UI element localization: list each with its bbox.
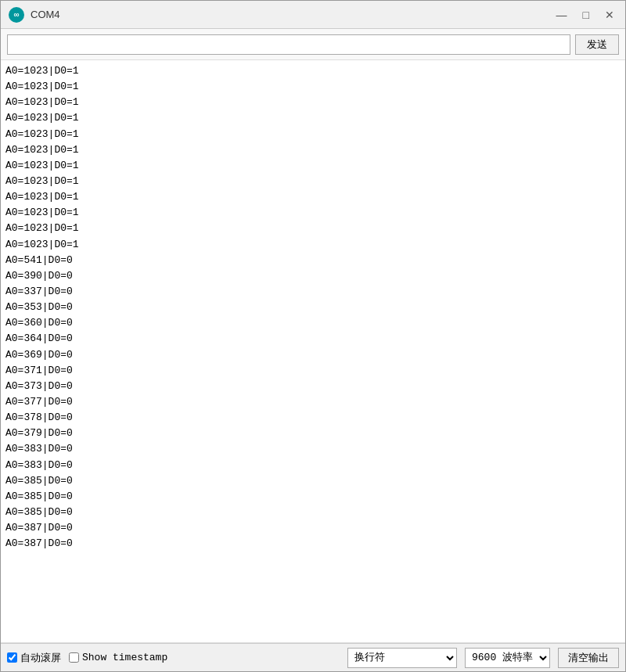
serial-line: A0=385|D0=0: [5, 489, 621, 505]
serial-line: A0=378|D0=0: [5, 410, 621, 426]
arduino-icon: ∞: [9, 7, 24, 23]
serial-line: A0=385|D0=0: [5, 505, 621, 520]
serial-line: A0=1023|D0=1: [5, 110, 621, 126]
serial-line: A0=1023|D0=1: [5, 174, 621, 189]
main-window: ∞ COM4 — □ ✕ 发送 A0=1023|D0=1A0=1023|D0=1…: [0, 0, 626, 672]
serial-line: A0=371|D0=0: [5, 363, 621, 379]
autoscroll-checkbox[interactable]: [7, 652, 17, 663]
window-controls: — □ ✕: [553, 9, 617, 20]
line-ending-select[interactable]: No line ending换行符回车Both NL & CR: [347, 648, 457, 668]
serial-line: A0=369|D0=0: [5, 347, 621, 363]
serial-line: A0=387|D0=0: [5, 536, 621, 552]
serial-output[interactable]: A0=1023|D0=1A0=1023|D0=1A0=1023|D0=1A0=1…: [1, 60, 625, 643]
status-bar: 自动滚屏 Show timestamp No line ending换行符回车B…: [1, 643, 625, 671]
serial-line: A0=387|D0=0: [5, 520, 621, 536]
serial-line: A0=1023|D0=1: [5, 95, 621, 110]
serial-line: A0=1023|D0=1: [5, 63, 621, 79]
serial-line: A0=1023|D0=1: [5, 205, 621, 221]
toolbar: 发送: [1, 29, 625, 60]
serial-line: A0=383|D0=0: [5, 458, 621, 473]
send-input[interactable]: [7, 34, 570, 55]
send-button[interactable]: 发送: [575, 34, 619, 55]
serial-line: A0=1023|D0=1: [5, 237, 621, 253]
serial-line: A0=373|D0=0: [5, 379, 621, 394]
serial-line: A0=379|D0=0: [5, 426, 621, 441]
close-button[interactable]: ✕: [602, 9, 617, 20]
autoscroll-checkbox-group[interactable]: 自动滚屏: [7, 651, 61, 665]
title-bar-left: ∞ COM4: [9, 7, 60, 23]
serial-line: A0=1023|D0=1: [5, 158, 621, 174]
maximize-button[interactable]: □: [580, 9, 592, 20]
minimize-button[interactable]: —: [553, 9, 570, 20]
serial-line: A0=353|D0=0: [5, 300, 621, 315]
timestamp-label: Show timestamp: [82, 652, 167, 663]
serial-line: A0=1023|D0=1: [5, 189, 621, 205]
serial-line: A0=385|D0=0: [5, 473, 621, 489]
title-bar: ∞ COM4 — □ ✕: [1, 1, 625, 29]
serial-line: A0=1023|D0=1: [5, 142, 621, 158]
serial-line: A0=541|D0=0: [5, 253, 621, 268]
clear-output-button[interactable]: 清空输出: [558, 648, 619, 668]
serial-line: A0=390|D0=0: [5, 268, 621, 284]
serial-line: A0=377|D0=0: [5, 394, 621, 410]
serial-line: A0=1023|D0=1: [5, 79, 621, 95]
window-title: COM4: [31, 9, 60, 20]
serial-line: A0=383|D0=0: [5, 441, 621, 457]
timestamp-checkbox[interactable]: [69, 652, 79, 663]
serial-line: A0=364|D0=0: [5, 331, 621, 347]
serial-line: A0=337|D0=0: [5, 284, 621, 300]
serial-line: A0=1023|D0=1: [5, 127, 621, 142]
timestamp-checkbox-group[interactable]: Show timestamp: [69, 652, 167, 663]
serial-line: A0=1023|D0=1: [5, 221, 621, 236]
autoscroll-label: 自动滚屏: [20, 651, 61, 665]
serial-line: A0=360|D0=0: [5, 315, 621, 331]
baud-rate-select[interactable]: 3001200240048009600 波特率19200384005760074…: [465, 648, 550, 668]
